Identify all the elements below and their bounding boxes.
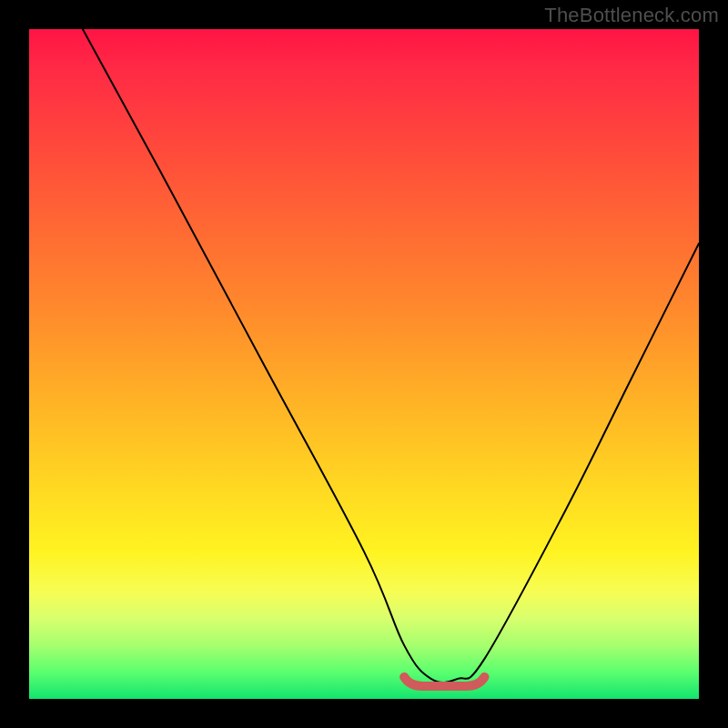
curve-layer [29, 29, 699, 699]
valley-highlight [404, 677, 484, 686]
watermark-text: TheBottleneck.com [544, 4, 719, 27]
chart-frame: TheBottleneck.com [0, 0, 728, 728]
plot-area [29, 29, 699, 699]
bottleneck-curve [83, 29, 699, 682]
